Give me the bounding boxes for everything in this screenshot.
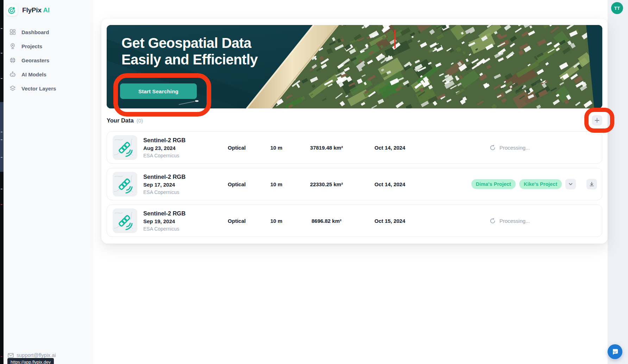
sidebar-item-georasters[interactable]: Georasters <box>4 53 93 67</box>
envelope-icon <box>8 353 14 358</box>
dataset-added-date: Oct 14, 2024 <box>357 145 422 151</box>
plus-icon <box>594 118 600 123</box>
table-row[interactable]: Sentinel-2 RGB Sep 17, 2024 ESA Copernic… <box>107 168 602 200</box>
table-row[interactable]: Sentinel-2 RGB Sep 19, 2024 ESA Copernic… <box>107 205 602 237</box>
page-right-gutter <box>608 0 628 364</box>
your-data-label: Your Data <box>107 117 134 124</box>
dataset-added-date: Oct 15, 2024 <box>357 218 422 224</box>
sidebar-label-dashboard: Dashboard <box>21 29 49 35</box>
processing-status: Processing... <box>490 145 530 151</box>
dataset-added-date: Oct 14, 2024 <box>357 181 422 187</box>
your-data-title: Your Data (0) <box>107 117 143 124</box>
browser-status-url: https://app.flypix.dev <box>7 358 54 364</box>
hero-title: Get Geospatial Data Easily and Efficient… <box>121 35 258 68</box>
chat-widget-button[interactable] <box>608 344 622 359</box>
dataset-area: 22330.25 km² <box>296 181 357 187</box>
hero-banner: Get Geospatial Data Easily and Efficient… <box>107 25 602 108</box>
sidebar-label-projects: Projects <box>21 43 42 49</box>
download-button[interactable] <box>586 179 597 189</box>
table-row[interactable]: Sentinel-2 RGB Aug 23, 2024 ESA Copernic… <box>107 131 602 164</box>
download-icon <box>589 181 595 187</box>
globe-icon <box>9 57 16 64</box>
hero-title-line2: Easily and Efficiently <box>121 51 258 68</box>
dataset-resolution: 10 m <box>257 181 296 187</box>
background-window-edge <box>0 0 4 364</box>
project-tag[interactable]: Kike's Project <box>519 179 562 189</box>
dataset-source: ESA Copernicus <box>143 189 186 195</box>
dataset-area: 8696.82 km² <box>296 218 357 224</box>
dataset-source: ESA Copernicus <box>143 226 186 232</box>
expand-tags-button[interactable] <box>565 179 576 189</box>
dataset-resolution: 10 m <box>257 218 296 224</box>
sidebar-item-vector-layers[interactable]: Vector Layers <box>4 81 93 95</box>
status-text: Processing... <box>500 218 530 224</box>
brand-logo[interactable]: FlyPix AI <box>4 0 93 16</box>
status-text: Processing... <box>500 145 530 151</box>
sidebar-label-georasters: Georasters <box>21 57 49 63</box>
dataset-date: Sep 17, 2024 <box>143 182 186 188</box>
dataset-title: Sentinel-2 RGB <box>143 210 186 217</box>
dashboard-card: Get Geospatial Data Easily and Efficient… <box>101 19 608 244</box>
user-avatar[interactable]: TT <box>611 2 623 14</box>
satellite-thumbnail-icon <box>113 135 137 160</box>
sidebar-item-dashboard[interactable]: Dashboard <box>4 25 93 39</box>
dataset-type: Optical <box>216 218 257 224</box>
sidebar-item-projects[interactable]: Projects <box>4 39 93 53</box>
support-email: support@flypix.ai <box>8 352 56 358</box>
chevron-down-icon <box>568 181 573 187</box>
dashboard-icon <box>9 29 16 36</box>
sidebar: FlyPix AI Dashboard Projects Georasters <box>4 0 93 364</box>
sidebar-label-vector-layers: Vector Layers <box>21 86 56 92</box>
start-searching-button[interactable]: Start Searching <box>120 83 197 99</box>
sidebar-label-ai-models: AI Models <box>21 71 46 77</box>
dataset-type: Optical <box>216 145 257 151</box>
chat-bubble-icon <box>611 348 619 356</box>
dataset-area: 37819.48 km² <box>296 145 357 151</box>
your-data-header: Your Data (0) <box>107 113 602 128</box>
dataset-title: Sentinel-2 RGB <box>143 174 186 180</box>
map-pin-icon <box>9 43 16 50</box>
edge-blue-segment <box>0 102 4 172</box>
layers-icon <box>9 85 16 92</box>
spinner-icon <box>490 218 496 224</box>
brand-accent: AI <box>43 6 50 14</box>
sidebar-item-ai-models[interactable]: AI Models <box>4 67 93 81</box>
spinner-icon <box>490 145 496 151</box>
dataset-title: Sentinel-2 RGB <box>143 137 186 144</box>
hero-title-line1: Get Geospatial Data <box>121 35 258 51</box>
brand-name: FlyPix AI <box>22 6 50 14</box>
dataset-date: Aug 23, 2024 <box>143 145 186 151</box>
dataset-source: ESA Copernicus <box>143 153 186 158</box>
data-row-list: Sentinel-2 RGB Aug 23, 2024 ESA Copernic… <box>107 131 602 237</box>
flypix-logo-icon <box>6 5 18 16</box>
your-data-count: (0) <box>137 118 143 124</box>
project-tag[interactable]: Dima's Project <box>471 179 516 189</box>
dataset-resolution: 10 m <box>257 145 296 151</box>
add-data-button[interactable] <box>592 115 602 126</box>
dataset-date: Sep 19, 2024 <box>143 218 186 224</box>
satellite-thumbnail-icon <box>113 208 137 233</box>
support-email-text: support@flypix.ai <box>17 352 56 358</box>
robot-icon <box>9 71 16 78</box>
dataset-type: Optical <box>216 181 257 187</box>
satellite-thumbnail-icon <box>113 172 137 196</box>
processing-status: Processing... <box>490 218 530 224</box>
